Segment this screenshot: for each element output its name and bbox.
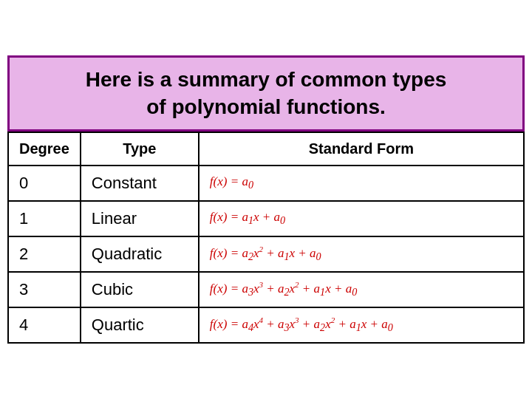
table-row: 2Quadraticf(x) = a2x2 + a1x + a0 [8, 236, 524, 272]
cell-type: Linear [81, 201, 199, 236]
title-line2: of polynomial functions. [146, 95, 386, 118]
header-type: Type [81, 132, 199, 166]
cell-formula: f(x) = a4x4 + a3x3 + a2x2 + a1x + a0 [199, 307, 524, 343]
table-row: 1Linearf(x) = a1x + a0 [8, 201, 524, 236]
cell-type: Quartic [81, 307, 199, 343]
cell-degree: 4 [8, 307, 81, 343]
cell-degree: 2 [8, 236, 81, 272]
cell-formula: f(x) = a0 [199, 166, 524, 201]
cell-type: Constant [81, 166, 199, 201]
cell-formula: f(x) = a2x2 + a1x + a0 [199, 236, 524, 272]
table-header-row: Degree Type Standard Form [8, 132, 524, 166]
title-box: Here is a summary of common types of pol… [7, 55, 525, 132]
cell-degree: 1 [8, 201, 81, 236]
header-degree: Degree [8, 132, 81, 166]
title-text: Here is a summary of common types of pol… [24, 66, 508, 120]
cell-degree: 0 [8, 166, 81, 201]
cell-formula: f(x) = a1x + a0 [199, 201, 524, 236]
cell-formula: f(x) = a3x3 + a2x2 + a1x + a0 [199, 272, 524, 307]
table-row: 3Cubicf(x) = a3x3 + a2x2 + a1x + a0 [8, 272, 524, 307]
title-line1: Here is a summary of common types [86, 68, 447, 91]
polynomial-table: Degree Type Standard Form 0Constantf(x) … [7, 132, 525, 344]
cell-degree: 3 [8, 272, 81, 307]
cell-type: Quadratic [81, 236, 199, 272]
table-row: 4Quarticf(x) = a4x4 + a3x3 + a2x2 + a1x … [8, 307, 524, 343]
header-formula: Standard Form [199, 132, 524, 166]
table-row: 0Constantf(x) = a0 [8, 166, 524, 201]
main-container: Here is a summary of common types of pol… [7, 55, 525, 344]
cell-type: Cubic [81, 272, 199, 307]
